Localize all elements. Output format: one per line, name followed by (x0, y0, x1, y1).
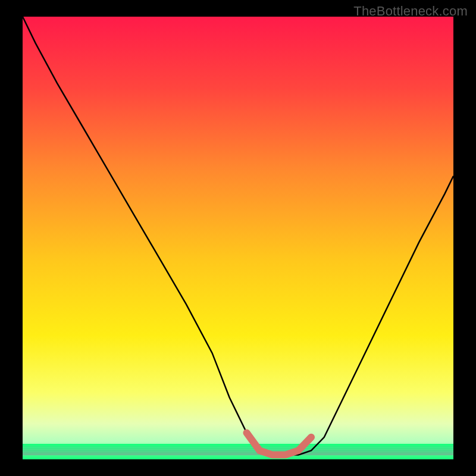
green-band (23, 453, 453, 455)
watermark-text: TheBottleneck.com (353, 4, 468, 19)
green-band (23, 450, 453, 452)
green-band (23, 444, 453, 446)
green-stripe-group (23, 444, 453, 455)
chart-svg (23, 17, 453, 459)
green-band (23, 447, 453, 449)
chart-plot-area (23, 17, 453, 459)
green-band (23, 446, 453, 447)
green-band (23, 452, 453, 453)
chart-background (23, 17, 453, 459)
